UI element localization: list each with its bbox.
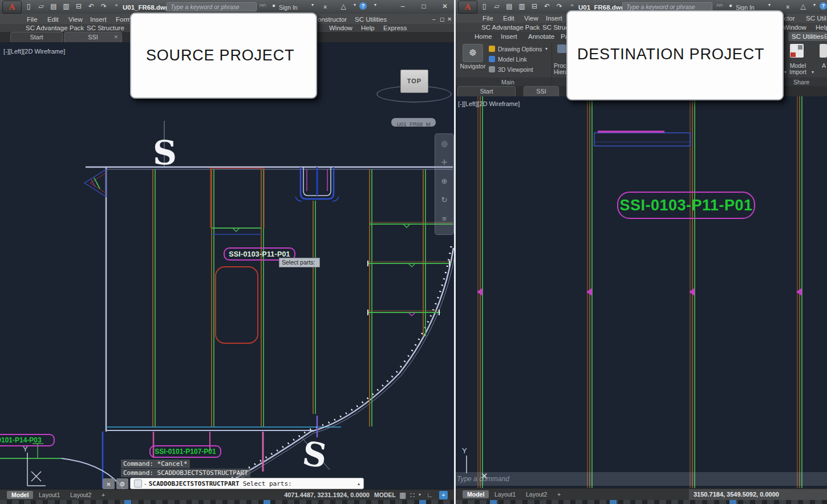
menu-sc-advantage[interactable]: SC Advantage Pack bbox=[481, 23, 540, 31]
navigation-bar[interactable]: ◎ ✛ ⊕ ↻ ≡ bbox=[435, 133, 454, 235]
isodraft-plus-icon[interactable]: + bbox=[439, 491, 448, 499]
menu-shipconstructor[interactable]: onstructor bbox=[318, 15, 347, 23]
ortho-icon[interactable]: ∟ bbox=[427, 491, 433, 499]
menu-window[interactable]: Window bbox=[329, 24, 352, 32]
grid-icon[interactable]: ▦ bbox=[399, 491, 406, 499]
menu-help[interactable]: Help bbox=[361, 24, 375, 32]
qat-save-icon[interactable]: ▤ bbox=[504, 2, 515, 10]
ribbon-tab-express[interactable]: E bbox=[824, 32, 827, 40]
drawing-options-caret-icon[interactable]: ▾ bbox=[545, 46, 548, 51]
close-button[interactable]: ✕ bbox=[438, 2, 452, 10]
signin-caret-icon[interactable]: ▾ bbox=[307, 2, 318, 7]
cart-icon[interactable]: ⌅ bbox=[782, 2, 793, 10]
menu-view[interactable]: View bbox=[524, 14, 538, 22]
model-import-button[interactable] bbox=[790, 44, 804, 58]
layout-tab-model[interactable]: Model bbox=[7, 491, 33, 499]
navigator-label[interactable]: Navigator bbox=[458, 63, 488, 70]
autocad-logo-icon[interactable]: A bbox=[458, 1, 477, 14]
extra-tool-label[interactable]: A bbox=[822, 62, 826, 69]
search-input[interactable]: Type a keyword or phrase bbox=[167, 2, 257, 11]
command-expand-icon[interactable]: ▴ bbox=[358, 481, 360, 486]
help-icon[interactable]: ? bbox=[820, 2, 827, 10]
search-binoculars-icon[interactable]: ∩∩ bbox=[257, 2, 268, 8]
menu-file[interactable]: File bbox=[483, 14, 493, 22]
part-label-main[interactable]: SSI-0103-P11-P01 bbox=[617, 192, 755, 219]
menu-help[interactable]: Help bbox=[816, 23, 827, 31]
status-icon-blue3[interactable] bbox=[419, 500, 426, 504]
a360-caret-icon[interactable]: ▾ bbox=[349, 2, 360, 7]
viewport-label[interactable]: [-][Left][2D Wireframe] bbox=[458, 100, 520, 107]
tab-start[interactable]: Start bbox=[457, 86, 516, 96]
viewpoint-3d-item[interactable]: 3D Viewpoint bbox=[498, 66, 533, 73]
panel-share-label[interactable]: Share bbox=[793, 79, 809, 86]
layout-tab-2[interactable]: Layout2 bbox=[66, 491, 96, 499]
motion-icon[interactable]: ≡ bbox=[435, 209, 453, 228]
panel-main-label[interactable]: Main bbox=[501, 79, 514, 86]
doc-minimize-icon[interactable]: – bbox=[432, 15, 436, 23]
qat-new-icon[interactable]: ▯ bbox=[479, 2, 490, 10]
model-link-item[interactable]: Model Link bbox=[498, 56, 527, 63]
viewport-label[interactable]: [-][Left][2D Wireframe] bbox=[3, 48, 65, 55]
snap-icon[interactable]: ∷ bbox=[410, 491, 415, 499]
qat-save-icon[interactable]: ▤ bbox=[48, 2, 59, 10]
layout-tab-1[interactable]: Layout1 bbox=[490, 490, 520, 498]
doc-close-icon[interactable]: ✕ bbox=[447, 15, 452, 23]
layout-tab-2[interactable]: Layout2 bbox=[521, 490, 552, 498]
minimize-button[interactable]: – bbox=[396, 2, 410, 10]
menu-sc-utilities[interactable]: SC Utilities bbox=[355, 15, 387, 23]
menu-sc-utilities[interactable]: SC Util bbox=[806, 14, 826, 22]
menu-format[interactable]: Form bbox=[116, 15, 131, 23]
orbit-icon[interactable]: ↻ bbox=[435, 190, 453, 209]
qat-redo-icon[interactable]: ↷ bbox=[554, 2, 565, 10]
qat-plot-icon[interactable]: ⊟ bbox=[529, 2, 540, 10]
cmdline-close-button[interactable]: ✕ bbox=[103, 478, 115, 489]
drawing-options-item[interactable]: Drawing Options bbox=[498, 46, 542, 52]
viewcube-top-label[interactable]: TOP bbox=[407, 78, 421, 84]
menu-window[interactable]: Window bbox=[783, 23, 806, 31]
menu-insert[interactable]: Insert bbox=[90, 15, 107, 23]
qat-open-icon[interactable]: ▱ bbox=[491, 2, 502, 10]
status-icon-blue1[interactable] bbox=[124, 500, 131, 504]
sign-in-button[interactable]: Sign In bbox=[279, 3, 298, 11]
help-icon[interactable]: ? bbox=[359, 2, 367, 10]
layout-tab-add[interactable]: + bbox=[553, 490, 565, 498]
autocad-logo-icon[interactable]: A bbox=[2, 1, 22, 14]
status-icon-blue1[interactable] bbox=[490, 500, 497, 504]
qat-undo-icon[interactable]: ↶ bbox=[86, 2, 97, 10]
layout-tab-1[interactable]: Layout1 bbox=[34, 491, 64, 499]
part-label-bottom[interactable]: SSI-0101-P107-P01 bbox=[149, 445, 221, 458]
ribbon-tab-home[interactable]: Home bbox=[475, 32, 492, 40]
ribbon-tab-insert[interactable]: Insert bbox=[501, 32, 517, 40]
menu-sc-structure[interactable]: SC Structure bbox=[87, 24, 124, 32]
pan-icon[interactable]: ✛ bbox=[435, 153, 453, 172]
model-import-line2[interactable]: Import bbox=[787, 68, 809, 75]
qat-saveas-icon[interactable]: ▥ bbox=[60, 2, 72, 10]
cart-icon[interactable]: ⌅ bbox=[319, 2, 331, 10]
menu-insert[interactable]: Insert bbox=[546, 14, 562, 22]
tab-ssi[interactable]: SSI bbox=[524, 86, 559, 96]
model-import-caret-icon[interactable]: ▾ bbox=[812, 70, 814, 75]
navigator-button[interactable]: ☸ bbox=[463, 44, 483, 62]
menu-sc-advantage[interactable]: SC Advantage Pack bbox=[26, 24, 84, 32]
layout-tab-model[interactable]: Model bbox=[463, 490, 489, 498]
qat-open-icon[interactable]: ▱ bbox=[35, 2, 47, 10]
model-space-button[interactable]: MODEL bbox=[374, 491, 396, 498]
zoom-icon[interactable]: ⊕ bbox=[435, 172, 453, 190]
tab-close-icon[interactable]: ✕ bbox=[113, 32, 118, 42]
qat-new-icon[interactable]: ▯ bbox=[23, 2, 34, 10]
qat-more-icon[interactable]: » bbox=[566, 2, 578, 8]
help-caret-icon[interactable]: ▾ bbox=[370, 2, 381, 7]
menu-edit[interactable]: Edit bbox=[503, 14, 514, 22]
cmdline-customize-button[interactable]: ⚙ bbox=[116, 478, 128, 489]
qat-redo-icon[interactable]: ↷ bbox=[98, 2, 110, 10]
snap-caret-icon[interactable]: ▾ bbox=[419, 492, 421, 497]
tab-ssi[interactable]: SSI ✕ bbox=[64, 32, 122, 42]
layout-tab-add[interactable]: + bbox=[97, 491, 110, 499]
drawing-ref-pill[interactable]: U01_FR68_M bbox=[391, 118, 436, 127]
steering-wheel-icon[interactable]: ◎ bbox=[435, 134, 453, 153]
command-ghost-bar[interactable]: Type a command bbox=[456, 472, 827, 486]
part-label-corner[interactable]: 0101-P14-P03 bbox=[0, 434, 55, 446]
a360-caret-icon[interactable]: ▾ bbox=[809, 2, 820, 7]
menu-file[interactable]: File bbox=[27, 15, 38, 23]
command-icon[interactable] bbox=[134, 479, 142, 487]
